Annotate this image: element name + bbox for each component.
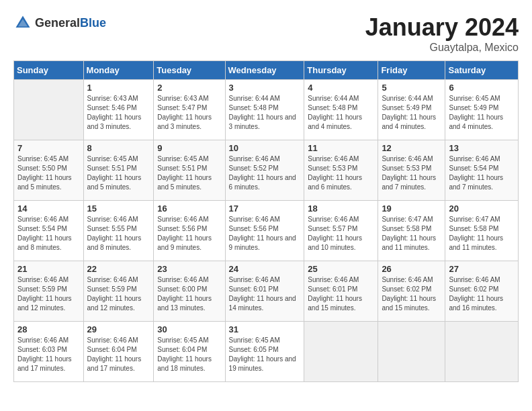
cell-sun-info: Sunrise: 6:44 AMSunset: 5:48 PMDaylight:… bbox=[308, 94, 374, 132]
cell-sun-info: Sunrise: 6:46 AMSunset: 6:02 PMDaylight:… bbox=[382, 275, 441, 313]
calendar-cell: 19Sunrise: 6:47 AMSunset: 5:58 PMDayligh… bbox=[378, 201, 445, 261]
day-number: 7 bbox=[17, 143, 80, 153]
day-number: 6 bbox=[449, 83, 515, 93]
day-number: 17 bbox=[229, 203, 301, 214]
cell-sun-info: Sunrise: 6:43 AMSunset: 5:46 PMDaylight:… bbox=[87, 94, 150, 132]
cell-sun-info: Sunrise: 6:45 AMSunset: 5:51 PMDaylight:… bbox=[87, 154, 150, 192]
calendar-title: January 2024 bbox=[365, 13, 519, 42]
calendar-cell: 1Sunrise: 6:43 AMSunset: 5:46 PMDaylight… bbox=[83, 80, 154, 140]
calendar-cell: 8Sunrise: 6:45 AMSunset: 5:51 PMDaylight… bbox=[83, 140, 154, 201]
calendar-cell: 22Sunrise: 6:46 AMSunset: 5:59 PMDayligh… bbox=[83, 261, 154, 322]
cell-sun-info: Sunrise: 6:47 AMSunset: 5:58 PMDaylight:… bbox=[382, 215, 441, 253]
calendar-week-row: 28Sunrise: 6:46 AMSunset: 6:03 PMDayligh… bbox=[14, 322, 519, 382]
calendar-cell: 5Sunrise: 6:44 AMSunset: 5:49 PMDaylight… bbox=[378, 80, 445, 140]
day-number: 24 bbox=[229, 264, 301, 274]
day-number: 30 bbox=[157, 324, 221, 334]
cell-sun-info: Sunrise: 6:46 AMSunset: 5:54 PMDaylight:… bbox=[449, 154, 515, 192]
calendar-cell: 31Sunrise: 6:45 AMSunset: 6:05 PMDayligh… bbox=[225, 322, 304, 382]
calendar-cell: 2Sunrise: 6:43 AMSunset: 5:47 PMDaylight… bbox=[154, 80, 225, 140]
cell-sun-info: Sunrise: 6:43 AMSunset: 5:47 PMDaylight:… bbox=[157, 94, 221, 132]
logo-blue: Blue bbox=[80, 16, 106, 30]
day-number: 15 bbox=[87, 203, 150, 214]
cell-sun-info: Sunrise: 6:46 AMSunset: 5:53 PMDaylight:… bbox=[382, 154, 441, 192]
day-number: 4 bbox=[308, 83, 374, 93]
cell-sun-info: Sunrise: 6:46 AMSunset: 5:56 PMDaylight:… bbox=[229, 215, 301, 253]
calendar-cell: 28Sunrise: 6:46 AMSunset: 6:03 PMDayligh… bbox=[14, 322, 84, 382]
calendar-cell: 12Sunrise: 6:46 AMSunset: 5:53 PMDayligh… bbox=[378, 140, 445, 201]
logo-icon bbox=[13, 13, 32, 32]
cell-sun-info: Sunrise: 6:47 AMSunset: 5:58 PMDaylight:… bbox=[449, 215, 515, 253]
calendar-cell: 23Sunrise: 6:46 AMSunset: 6:00 PMDayligh… bbox=[154, 261, 225, 322]
calendar-cell: 4Sunrise: 6:44 AMSunset: 5:48 PMDaylight… bbox=[304, 80, 378, 140]
day-number: 9 bbox=[157, 143, 221, 153]
day-number: 31 bbox=[229, 324, 301, 334]
cell-sun-info: Sunrise: 6:46 AMSunset: 5:57 PMDaylight:… bbox=[308, 215, 374, 253]
day-number: 29 bbox=[87, 324, 150, 334]
calendar-week-row: 21Sunrise: 6:46 AMSunset: 5:59 PMDayligh… bbox=[14, 261, 519, 322]
column-header-thursday: Thursday bbox=[304, 61, 378, 80]
calendar-cell: 16Sunrise: 6:46 AMSunset: 5:56 PMDayligh… bbox=[154, 201, 225, 261]
day-number: 20 bbox=[449, 203, 515, 214]
calendar-cell: 26Sunrise: 6:46 AMSunset: 6:02 PMDayligh… bbox=[378, 261, 445, 322]
column-header-wednesday: Wednesday bbox=[225, 61, 304, 80]
cell-sun-info: Sunrise: 6:46 AMSunset: 5:52 PMDaylight:… bbox=[229, 154, 301, 192]
day-number: 25 bbox=[308, 264, 374, 274]
calendar-cell: 27Sunrise: 6:46 AMSunset: 6:02 PMDayligh… bbox=[445, 261, 519, 322]
title-block: January 2024 Guaytalpa, Mexico bbox=[365, 13, 519, 54]
calendar-cell bbox=[378, 322, 445, 382]
day-number: 14 bbox=[17, 203, 80, 214]
day-number: 18 bbox=[308, 203, 374, 214]
day-number: 2 bbox=[157, 83, 221, 93]
calendar-week-row: 1Sunrise: 6:43 AMSunset: 5:46 PMDaylight… bbox=[14, 80, 519, 140]
cell-sun-info: Sunrise: 6:46 AMSunset: 6:01 PMDaylight:… bbox=[229, 275, 301, 313]
logo: GeneralBlue bbox=[13, 13, 106, 32]
calendar-location: Guaytalpa, Mexico bbox=[365, 42, 519, 54]
calendar-cell: 15Sunrise: 6:46 AMSunset: 5:55 PMDayligh… bbox=[83, 201, 154, 261]
cell-sun-info: Sunrise: 6:46 AMSunset: 6:02 PMDaylight:… bbox=[449, 275, 515, 313]
calendar-cell: 7Sunrise: 6:45 AMSunset: 5:50 PMDaylight… bbox=[14, 140, 84, 201]
calendar-cell: 21Sunrise: 6:46 AMSunset: 5:59 PMDayligh… bbox=[14, 261, 84, 322]
cell-sun-info: Sunrise: 6:45 AMSunset: 5:51 PMDaylight:… bbox=[157, 154, 221, 192]
calendar-cell: 20Sunrise: 6:47 AMSunset: 5:58 PMDayligh… bbox=[445, 201, 519, 261]
logo-text: GeneralBlue bbox=[35, 16, 106, 30]
cell-sun-info: Sunrise: 6:45 AMSunset: 6:04 PMDaylight:… bbox=[157, 336, 221, 373]
cell-sun-info: Sunrise: 6:46 AMSunset: 5:54 PMDaylight:… bbox=[17, 215, 80, 253]
calendar-cell: 18Sunrise: 6:46 AMSunset: 5:57 PMDayligh… bbox=[304, 201, 378, 261]
column-header-tuesday: Tuesday bbox=[154, 61, 225, 80]
cell-sun-info: Sunrise: 6:46 AMSunset: 5:59 PMDaylight:… bbox=[87, 275, 150, 313]
day-number: 19 bbox=[382, 203, 441, 214]
calendar-week-row: 14Sunrise: 6:46 AMSunset: 5:54 PMDayligh… bbox=[14, 201, 519, 261]
page-header: GeneralBlue January 2024 Guaytalpa, Mexi… bbox=[13, 13, 519, 54]
cell-sun-info: Sunrise: 6:45 AMSunset: 6:05 PMDaylight:… bbox=[229, 336, 301, 373]
day-number: 13 bbox=[449, 143, 515, 153]
calendar-cell: 14Sunrise: 6:46 AMSunset: 5:54 PMDayligh… bbox=[14, 201, 84, 261]
calendar-cell: 24Sunrise: 6:46 AMSunset: 6:01 PMDayligh… bbox=[225, 261, 304, 322]
column-header-sunday: Sunday bbox=[14, 61, 84, 80]
cell-sun-info: Sunrise: 6:45 AMSunset: 5:49 PMDaylight:… bbox=[449, 94, 515, 132]
day-number: 27 bbox=[449, 264, 515, 274]
day-number: 23 bbox=[157, 264, 221, 274]
cell-sun-info: Sunrise: 6:46 AMSunset: 6:01 PMDaylight:… bbox=[308, 275, 374, 313]
day-number: 28 bbox=[17, 324, 80, 334]
calendar-cell bbox=[14, 80, 84, 140]
calendar-cell: 13Sunrise: 6:46 AMSunset: 5:54 PMDayligh… bbox=[445, 140, 519, 201]
cell-sun-info: Sunrise: 6:46 AMSunset: 5:55 PMDaylight:… bbox=[87, 215, 150, 253]
calendar-table: SundayMondayTuesdayWednesdayThursdayFrid… bbox=[13, 60, 519, 382]
column-header-friday: Friday bbox=[378, 61, 445, 80]
calendar-cell: 17Sunrise: 6:46 AMSunset: 5:56 PMDayligh… bbox=[225, 201, 304, 261]
calendar-cell: 3Sunrise: 6:44 AMSunset: 5:48 PMDaylight… bbox=[225, 80, 304, 140]
calendar-cell: 9Sunrise: 6:45 AMSunset: 5:51 PMDaylight… bbox=[154, 140, 225, 201]
day-number: 21 bbox=[17, 264, 80, 274]
day-number: 1 bbox=[87, 83, 150, 93]
column-header-monday: Monday bbox=[83, 61, 154, 80]
day-number: 22 bbox=[87, 264, 150, 274]
cell-sun-info: Sunrise: 6:44 AMSunset: 5:49 PMDaylight:… bbox=[382, 94, 441, 132]
day-number: 10 bbox=[229, 143, 301, 153]
cell-sun-info: Sunrise: 6:46 AMSunset: 5:56 PMDaylight:… bbox=[157, 215, 221, 253]
day-number: 5 bbox=[382, 83, 441, 93]
calendar-cell: 6Sunrise: 6:45 AMSunset: 5:49 PMDaylight… bbox=[445, 80, 519, 140]
calendar-cell: 10Sunrise: 6:46 AMSunset: 5:52 PMDayligh… bbox=[225, 140, 304, 201]
day-number: 26 bbox=[382, 264, 441, 274]
cell-sun-info: Sunrise: 6:46 AMSunset: 5:53 PMDaylight:… bbox=[308, 154, 374, 192]
calendar-cell: 29Sunrise: 6:46 AMSunset: 6:04 PMDayligh… bbox=[83, 322, 154, 382]
